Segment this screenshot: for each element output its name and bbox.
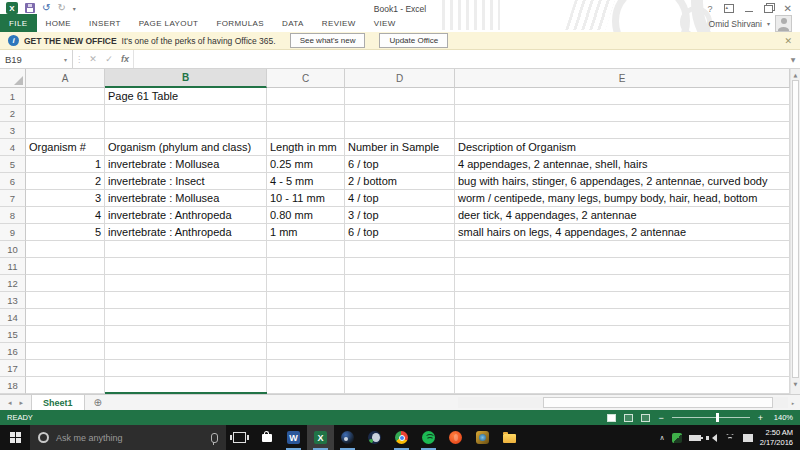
zoom-slider[interactable]: [672, 417, 750, 418]
cell-C12[interactable]: [267, 275, 345, 292]
cell-A6[interactable]: 2: [26, 173, 105, 190]
ribbon-tab-home[interactable]: HOME: [37, 14, 81, 32]
cell-E10[interactable]: [455, 241, 790, 258]
column-header-d[interactable]: D: [345, 69, 455, 88]
formula-input[interactable]: [134, 50, 786, 68]
cell-D16[interactable]: [345, 343, 455, 360]
hidden-icons-chevron-icon[interactable]: ∧: [660, 434, 665, 442]
task-view-button[interactable]: [226, 425, 253, 450]
cell-C8[interactable]: 0.80 mm: [267, 207, 345, 224]
spotify-taskbar-button[interactable]: [415, 425, 442, 450]
cell-A4[interactable]: Organism #: [26, 139, 105, 156]
row-header-2[interactable]: 2: [0, 105, 26, 122]
cell-A1[interactable]: [26, 88, 105, 105]
row-header-5[interactable]: 5: [0, 156, 26, 173]
cell-A14[interactable]: [26, 309, 105, 326]
expand-formula-bar-icon[interactable]: ▼: [786, 50, 800, 68]
sheet-tab-sheet1[interactable]: Sheet1: [31, 395, 85, 410]
row-header-12[interactable]: 12: [0, 275, 26, 292]
ribbon-tab-data[interactable]: DATA: [273, 14, 313, 32]
cell-D4[interactable]: Number in Sample: [345, 139, 455, 156]
cell-D13[interactable]: [345, 292, 455, 309]
page-layout-view-icon[interactable]: [624, 414, 633, 422]
row-header-17[interactable]: 17: [0, 360, 26, 377]
origin-taskbar-button[interactable]: [442, 425, 469, 450]
cancel-entry-icon[interactable]: ✕: [85, 50, 101, 68]
sheet-nav-right-icon[interactable]: ▸: [20, 399, 24, 407]
zoom-in-icon[interactable]: +: [758, 414, 763, 422]
cell-D14[interactable]: [345, 309, 455, 326]
cell-E16[interactable]: [455, 343, 790, 360]
cell-B11[interactable]: [105, 258, 267, 275]
ribbon-display-options-icon[interactable]: [724, 4, 734, 13]
row-header-13[interactable]: 13: [0, 292, 26, 309]
cell-D10[interactable]: [345, 241, 455, 258]
cell-B13[interactable]: [105, 292, 267, 309]
cell-E4[interactable]: Description of Organism: [455, 139, 790, 156]
cell-C18[interactable]: [267, 377, 345, 394]
cell-B1[interactable]: Page 61 Table: [105, 88, 267, 105]
cell-C5[interactable]: 0.25 mm: [267, 156, 345, 173]
cell-C6[interactable]: 4 - 5 mm: [267, 173, 345, 190]
cell-B6[interactable]: invertebrate : Insect: [105, 173, 267, 190]
cell-B10[interactable]: [105, 241, 267, 258]
row-header-7[interactable]: 7: [0, 190, 26, 207]
cell-C3[interactable]: [267, 122, 345, 139]
cell-A16[interactable]: [26, 343, 105, 360]
cell-B12[interactable]: [105, 275, 267, 292]
cell-D9[interactable]: 6 / top: [345, 224, 455, 241]
cell-B3[interactable]: [105, 122, 267, 139]
cell-D3[interactable]: [345, 122, 455, 139]
row-header-11[interactable]: 11: [0, 258, 26, 275]
ribbon-tab-review[interactable]: REVIEW: [313, 14, 365, 32]
zoom-level[interactable]: 140%: [771, 413, 793, 422]
cell-B14[interactable]: [105, 309, 267, 326]
cell-D7[interactable]: 4 / top: [345, 190, 455, 207]
cell-D8[interactable]: 3 / top: [345, 207, 455, 224]
scroll-up-icon[interactable]: ▲: [791, 69, 800, 80]
cell-E3[interactable]: [455, 122, 790, 139]
taskbar-clock[interactable]: 2:50 AM 2/17/2016: [760, 428, 793, 448]
cell-D12[interactable]: [345, 275, 455, 292]
cell-A13[interactable]: [26, 292, 105, 309]
column-header-b[interactable]: B: [105, 69, 267, 88]
cell-D17[interactable]: [345, 360, 455, 377]
row-header-15[interactable]: 15: [0, 326, 26, 343]
column-header-c[interactable]: C: [267, 69, 345, 88]
chevron-down-icon[interactable]: ▾: [64, 56, 67, 63]
row-header-4[interactable]: 4: [0, 139, 26, 156]
select-all-corner[interactable]: [0, 69, 26, 88]
row-header-14[interactable]: 14: [0, 309, 26, 326]
cell-A9[interactable]: 5: [26, 224, 105, 241]
microphone-icon[interactable]: [211, 433, 218, 443]
store-button[interactable]: [253, 425, 280, 450]
cell-E11[interactable]: [455, 258, 790, 275]
cell-C9[interactable]: 1 mm: [267, 224, 345, 241]
normal-view-icon[interactable]: [607, 414, 616, 422]
cell-C11[interactable]: [267, 258, 345, 275]
cell-C14[interactable]: [267, 309, 345, 326]
cell-E8[interactable]: deer tick, 4 appendages, 2 antennae: [455, 207, 790, 224]
action-center-icon[interactable]: [743, 434, 753, 442]
scroll-right-icon[interactable]: ▸: [788, 397, 798, 408]
message-bar-close-icon[interactable]: ✕: [784, 36, 792, 46]
cell-E5[interactable]: 4 appendages, 2 antennae, shell, hairs: [455, 156, 790, 173]
hearthstone-taskbar-button[interactable]: [469, 425, 496, 450]
cell-C10[interactable]: [267, 241, 345, 258]
battery-icon[interactable]: [689, 435, 701, 441]
cell-B9[interactable]: invertebrate : Anthropeda: [105, 224, 267, 241]
file-explorer-taskbar-button[interactable]: [496, 425, 523, 450]
cell-A12[interactable]: [26, 275, 105, 292]
excel-taskbar-button[interactable]: X: [307, 425, 334, 450]
cell-C17[interactable]: [267, 360, 345, 377]
cell-B17[interactable]: [105, 360, 267, 377]
daemon-tools-taskbar-button[interactable]: [361, 425, 388, 450]
cell-B2[interactable]: [105, 105, 267, 122]
row-header-16[interactable]: 16: [0, 343, 26, 360]
confirm-entry-icon[interactable]: ✓: [101, 50, 117, 68]
start-button[interactable]: [0, 425, 30, 450]
ribbon-tab-formulas[interactable]: FORMULAS: [207, 14, 273, 32]
restore-icon[interactable]: [764, 5, 773, 13]
cell-D6[interactable]: 2 / bottom: [345, 173, 455, 190]
word-taskbar-button[interactable]: W: [280, 425, 307, 450]
